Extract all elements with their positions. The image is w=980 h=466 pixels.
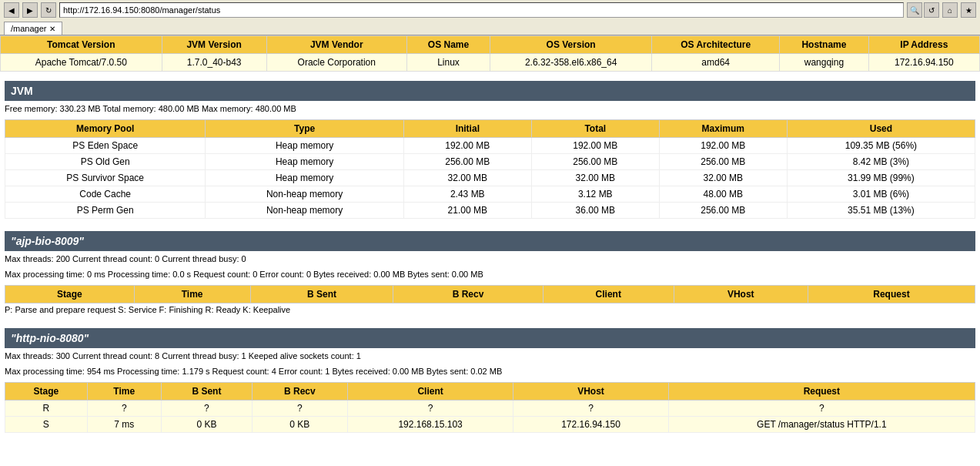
http-col-bsent: B Sent	[161, 383, 252, 401]
http-section-header: "http-nio-8080"	[5, 328, 975, 348]
search-icon[interactable]: 🔍	[907, 2, 922, 18]
memory-pool-table: Memory Pool Type Initial Total Maximum U…	[5, 119, 975, 219]
table-row: PS Old GenHeap memory256.00 MB256.00 MB2…	[5, 154, 975, 170]
http-stats2: Max processing time: 954 ms Processing t…	[5, 364, 975, 379]
http-col-vhost: VHost	[513, 383, 668, 401]
jvm-vendor: Oracle Corporation	[266, 54, 406, 72]
jvm-section-header: JVM	[5, 81, 975, 101]
ajp-col-vhost: VHost	[674, 286, 808, 303]
col-header-osver: OS Version	[490, 36, 652, 54]
table-row: Code CacheNon-heap memory2.43 MB3.12 MB4…	[5, 186, 975, 203]
http-section: "http-nio-8080" Max threads: 300 Current…	[0, 319, 980, 436]
ip-address: 172.16.94.150	[868, 54, 979, 72]
sys-info-row: Apache Tomcat/7.0.50 1.7.0_40-b43 Oracle…	[1, 54, 980, 72]
system-info-table: Tomcat Version JVM Version JVM Vendor OS…	[0, 35, 980, 72]
refresh-button[interactable]: ↻	[41, 2, 56, 18]
col-header-arch: OS Architecture	[652, 36, 780, 54]
http-col-client: Client	[347, 383, 513, 401]
ajp-section: "ajp-bio-8009" Max threads: 200 Current …	[0, 222, 980, 319]
http-connector-table: Stage Time B Sent B Recv Client VHost Re…	[5, 382, 975, 433]
ajp-connector-table: Stage Time B Sent B Recv Client VHost Re…	[5, 285, 975, 303]
tab-bar: /manager ✕	[0, 20, 980, 35]
http-stats1: Max threads: 300 Current thread count: 8…	[5, 348, 975, 364]
http-col-brecv: B Recv	[252, 383, 347, 401]
back-button[interactable]: ◀	[4, 2, 19, 18]
col-header-jvm: JVM Version	[162, 36, 266, 54]
mem-col-pool: Memory Pool	[5, 120, 206, 138]
table-row: PS Eden SpaceHeap memory192.00 MB192.00 …	[5, 138, 975, 154]
os-name: Linux	[406, 54, 490, 72]
browser-chrome: ◀ ▶ ↻ 🔍 ↺ ⌂ ★ /manager ✕	[0, 0, 980, 35]
table-row: S7 ms0 KB0 KB192.168.15.103172.16.94.150…	[5, 417, 975, 433]
ajp-col-stage: Stage	[5, 286, 135, 303]
jvm-memory-info: Free memory: 330.23 MB Total memory: 480…	[5, 101, 975, 116]
hostname: wangqing	[780, 54, 868, 72]
ajp-section-header: "ajp-bio-8009"	[5, 231, 975, 251]
ajp-col-request: Request	[808, 286, 975, 303]
tomcat-version: Apache Tomcat/7.0.50	[1, 54, 162, 72]
forward-button[interactable]: ▶	[22, 2, 38, 18]
browser-tab[interactable]: /manager ✕	[4, 22, 62, 35]
tab-close-button[interactable]: ✕	[49, 25, 55, 33]
col-header-hostname: Hostname	[780, 36, 868, 54]
ajp-col-time: Time	[134, 286, 250, 303]
mem-col-used: Used	[787, 120, 975, 138]
ajp-col-bsent: B Sent	[250, 286, 393, 303]
col-header-ip: IP Address	[868, 36, 979, 54]
star-icon[interactable]: ★	[961, 2, 976, 18]
http-col-time: Time	[87, 383, 161, 401]
ajp-col-client: Client	[543, 286, 674, 303]
col-header-vendor: JVM Vendor	[266, 36, 406, 54]
os-version: 2.6.32-358.el6.x86_64	[490, 54, 652, 72]
table-row: R??????	[5, 401, 975, 417]
ajp-legend: P: Parse and prepare request S: Service …	[5, 303, 975, 316]
refresh-icon[interactable]: ↺	[924, 2, 939, 18]
jvm-section: JVM Free memory: 330.23 MB Total memory:…	[0, 72, 980, 222]
col-header-tomcat: Tomcat Version	[1, 36, 162, 54]
col-header-osname: OS Name	[406, 36, 490, 54]
page-content: Tomcat Version JVM Version JVM Vendor OS…	[0, 35, 980, 436]
os-arch: amd64	[652, 54, 780, 72]
http-col-stage: Stage	[5, 383, 88, 401]
tab-label: /manager	[11, 24, 46, 33]
address-bar[interactable]	[59, 2, 904, 18]
mem-col-initial: Initial	[403, 120, 531, 138]
mem-col-type: Type	[206, 120, 403, 138]
ajp-stats1: Max threads: 200 Current thread count: 0…	[5, 251, 975, 267]
home-icon[interactable]: ⌂	[942, 2, 958, 18]
browser-toolbar: ◀ ▶ ↻ 🔍 ↺ ⌂ ★	[0, 0, 980, 20]
ajp-col-brecv: B Recv	[393, 286, 544, 303]
table-row: PS Perm GenNon-heap memory21.00 MB36.00 …	[5, 203, 975, 219]
mem-col-total: Total	[531, 120, 659, 138]
http-col-request: Request	[668, 383, 975, 401]
mem-col-maximum: Maximum	[659, 120, 787, 138]
ajp-stats2: Max processing time: 0 ms Processing tim…	[5, 267, 975, 282]
table-row: PS Survivor SpaceHeap memory32.00 MB32.0…	[5, 170, 975, 186]
jvm-version: 1.7.0_40-b43	[162, 54, 266, 72]
